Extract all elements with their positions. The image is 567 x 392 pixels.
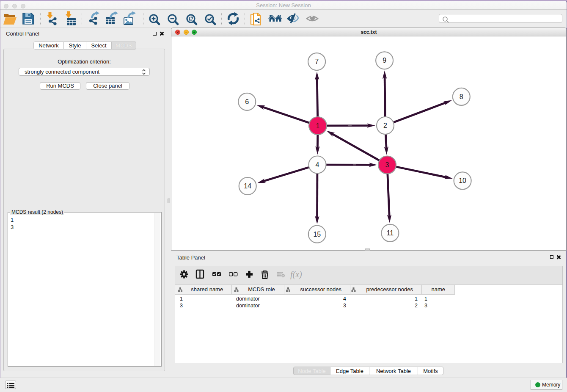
svg-text:10: 10 (459, 177, 466, 184)
svg-text:f(x): f(x) (290, 270, 302, 279)
svg-text:3: 3 (385, 161, 389, 168)
svg-text:2: 2 (383, 122, 387, 129)
svg-text:7: 7 (315, 58, 319, 65)
svg-text:6: 6 (245, 98, 249, 105)
svg-text:1: 1 (316, 122, 320, 130)
svg-text:11: 11 (387, 229, 394, 237)
svg-text:4: 4 (316, 161, 319, 168)
svg-text:8: 8 (460, 93, 463, 100)
svg-text:15: 15 (313, 231, 321, 238)
svg-text:14: 14 (244, 182, 251, 190)
svg-text:9: 9 (383, 57, 386, 64)
